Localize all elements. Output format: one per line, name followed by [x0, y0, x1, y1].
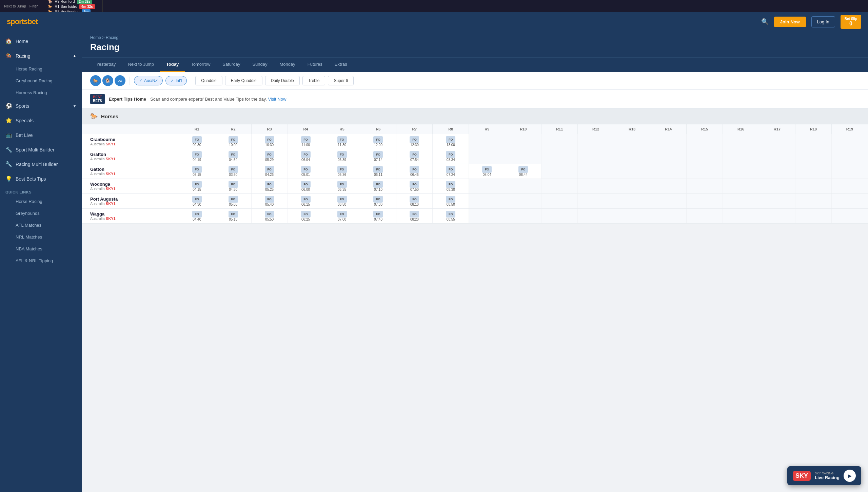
live-racing-widget[interactable]: SKY SKY RACING Live Racing ▶ — [787, 466, 861, 485]
race-cell-4-r5[interactable]: FO 06:50 — [324, 194, 360, 209]
expert-tips-link[interactable]: Visit Now — [268, 97, 286, 102]
tab-next-to-jump[interactable]: Next to Jump — [122, 58, 160, 72]
sidebar-item-home[interactable]: 🏠 Home — [0, 34, 82, 48]
filter-greyhound-icon[interactable]: 🐕 — [102, 75, 113, 86]
bet-slip-button[interactable]: Bet Slip 0 — [841, 15, 861, 29]
race-cell-3-r2[interactable]: FO 04:50 — [215, 179, 251, 194]
tab-monday[interactable]: Monday — [273, 58, 301, 72]
tab-today[interactable]: Today — [160, 58, 185, 72]
race-cell-3-r7[interactable]: FO 07:50 — [396, 179, 433, 194]
race-cell-5-r8[interactable]: FO 08:55 — [433, 209, 469, 224]
race-cell-4-r3[interactable]: FO 05:40 — [251, 194, 288, 209]
race-cell-0-r1[interactable]: FO 09:30 — [179, 134, 215, 149]
race-cell-1-r7[interactable]: FO 07:54 — [396, 149, 433, 164]
tab-yesterday[interactable]: Yesterday — [90, 58, 122, 72]
tab-sunday[interactable]: Sunday — [246, 58, 273, 72]
sidebar-item-racing[interactable]: 🏇 Racing ▲ — [0, 48, 82, 63]
filter-harness-icon[interactable]: 🏎 — [115, 75, 125, 86]
filter-aus-nz[interactable]: ✓ Aus/NZ — [134, 76, 163, 85]
race-cell-5-r3[interactable]: FO 05:50 — [251, 209, 288, 224]
sidebar-sub-item-harness-racing[interactable]: Harness Racing — [0, 87, 82, 99]
filter-horse-icon[interactable]: 🐎 — [90, 75, 101, 86]
sidebar-sub-item-horse-racing[interactable]: Horse Racing — [0, 63, 82, 75]
race-cell-3-r8[interactable]: FO 08:30 — [433, 179, 469, 194]
race-cell-5-r4[interactable]: FO 06:25 — [288, 209, 324, 224]
join-now-button[interactable]: Join Now — [774, 17, 806, 27]
race-cell-3-r4[interactable]: FO 06:00 — [288, 179, 324, 194]
race-cell-0-r5[interactable]: FO 11:30 — [324, 134, 360, 149]
race-cell-0-r6[interactable]: FO 12:00 — [360, 134, 396, 149]
race-cell-1-r6[interactable]: FO 07:14 — [360, 149, 396, 164]
race-cell-2-r3[interactable]: FO 04:26 — [251, 164, 288, 179]
race-cell-1-r2[interactable]: FO 04:54 — [215, 149, 251, 164]
race-cell-2-r8[interactable]: FO 07:24 — [433, 164, 469, 179]
race-cell-4-r7[interactable]: FO 08:10 — [396, 194, 433, 209]
race-cell-3-r6[interactable]: FO 07:10 — [360, 179, 396, 194]
race-cell-2-r4[interactable]: FO 05:01 — [288, 164, 324, 179]
race-cell-2-r7[interactable]: FO 06:46 — [396, 164, 433, 179]
race-cell-5-r5[interactable]: FO 07:00 — [324, 209, 360, 224]
quick-link-greyhounds[interactable]: Greyhounds — [0, 207, 82, 219]
venue-cell-1[interactable]: Grafton Australia SKY1 — [82, 149, 179, 164]
race-cell-2-r2[interactable]: FO 03:50 — [215, 164, 251, 179]
race-cell-0-r7[interactable]: FO 12:30 — [396, 134, 433, 149]
sidebar-item-sports[interactable]: ⚽ Sports ▼ — [0, 99, 82, 113]
sidebar-item-bet-live[interactable]: 📺 Bet Live — [0, 128, 82, 142]
race-cell-1-r5[interactable]: FO 06:39 — [324, 149, 360, 164]
race-cell-2-r6[interactable]: FO 06:11 — [360, 164, 396, 179]
sidebar-item-racing-multi-builder[interactable]: 🔧 Racing Multi Builder — [0, 157, 82, 171]
race-cell-1-r1[interactable]: FO 04:19 — [179, 149, 215, 164]
venue-cell-4[interactable]: Port Augusta Australia SKY1 — [82, 194, 179, 209]
race-cell-3-r3[interactable]: FO 05:25 — [251, 179, 288, 194]
tab-extras[interactable]: Extras — [329, 58, 353, 72]
race-cell-2-r10[interactable]: FO 08:44 — [505, 164, 541, 179]
breadcrumb-home[interactable]: Home — [90, 35, 101, 40]
race-cell-5-r6[interactable]: FO 07:40 — [360, 209, 396, 224]
quick-link-afl-matches[interactable]: AFL Matches — [0, 219, 82, 231]
venue-cell-2[interactable]: Gatton Australia SKY1 — [82, 164, 179, 179]
tab-tomorrow[interactable]: Tomorrow — [185, 58, 216, 72]
tab-futures[interactable]: Futures — [301, 58, 329, 72]
race-cell-4-r2[interactable]: FO 05:05 — [215, 194, 251, 209]
tab-saturday[interactable]: Saturday — [216, 58, 246, 72]
sidebar-sub-item-greyhound-racing[interactable]: Greyhound Racing — [0, 75, 82, 87]
filter-daily-double[interactable]: Daily Double — [265, 76, 300, 85]
quick-link-horse-racing[interactable]: Horse Racing — [0, 196, 82, 207]
race-cell-5-r1[interactable]: FO 04:40 — [179, 209, 215, 224]
race-cell-1-r4[interactable]: FO 06:04 — [288, 149, 324, 164]
race-cell-2-r5[interactable]: FO 05:36 — [324, 164, 360, 179]
race-cell-3-r5[interactable]: FO 06:35 — [324, 179, 360, 194]
filter-treble[interactable]: Treble — [302, 76, 326, 85]
sidebar-item-specials[interactable]: ⭐ Specials — [0, 113, 82, 128]
ticker-item[interactable]: 🐕 R9 Romford 2m 32s — [43, 0, 103, 4]
race-cell-0-r2[interactable]: FO 10:00 — [215, 134, 251, 149]
quick-link-nrl-matches[interactable]: NRL Matches — [0, 231, 82, 243]
race-cell-1-r3[interactable]: FO 05:29 — [251, 149, 288, 164]
race-cell-4-r8[interactable]: FO 08:50 — [433, 194, 469, 209]
venue-cell-5[interactable]: Wagga Australia SKY1 — [82, 209, 179, 224]
sidebar-item-best-bets-tips[interactable]: 💡 Best Bets Tips — [0, 171, 82, 186]
race-cell-1-r8[interactable]: FO 08:34 — [433, 149, 469, 164]
race-cell-2-r9[interactable]: FO 08:04 — [469, 164, 505, 179]
ticker-item[interactable]: 🐎 R1 San Isidro 4m 32s — [43, 4, 103, 9]
venue-cell-0[interactable]: Cranbourne Australia SKY1 — [82, 134, 179, 149]
quick-link-nba-matches[interactable]: NBA Matches — [0, 243, 82, 255]
race-cell-5-r2[interactable]: FO 05:15 — [215, 209, 251, 224]
race-cell-4-r6[interactable]: FO 07:30 — [360, 194, 396, 209]
race-cell-0-r8[interactable]: FO 13:00 — [433, 134, 469, 149]
ticker-filter[interactable]: Filter — [29, 4, 38, 8]
race-cell-0-r4[interactable]: FO 11:00 — [288, 134, 324, 149]
filter-quaddie[interactable]: Quaddie — [195, 76, 222, 85]
venue-cell-3[interactable]: Wodonga Australia SKY1 — [82, 179, 179, 194]
ticker-item[interactable]: 🐎 R8 Huntingdon 9m — [43, 9, 103, 13]
sidebar-item-sport-multi-builder[interactable]: 🔧 Sport Multi Builder — [0, 142, 82, 157]
race-cell-4-r1[interactable]: FO 04:30 — [179, 194, 215, 209]
login-button[interactable]: Log In — [811, 16, 835, 27]
filter-super-6[interactable]: Super 6 — [328, 76, 354, 85]
race-cell-2-r1[interactable]: FO 03:15 — [179, 164, 215, 179]
live-play-button[interactable]: ▶ — [844, 470, 856, 482]
filter-intl[interactable]: ✓ Int'l — [165, 76, 187, 85]
race-cell-3-r1[interactable]: FO 04:15 — [179, 179, 215, 194]
quick-link-afl-&-nrl-tipping[interactable]: AFL & NRL Tipping — [0, 255, 82, 267]
race-cell-5-r7[interactable]: FO 08:20 — [396, 209, 433, 224]
